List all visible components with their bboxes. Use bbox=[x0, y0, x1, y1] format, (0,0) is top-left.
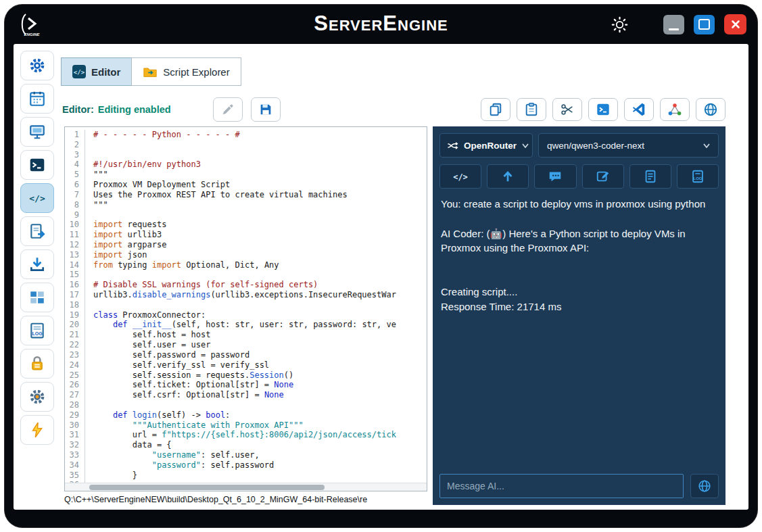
tab-script-explorer[interactable]: Script Explorer bbox=[131, 57, 241, 86]
cut-button[interactable] bbox=[552, 98, 582, 121]
message-input[interactable] bbox=[439, 474, 684, 498]
code-line: 5""" bbox=[65, 170, 427, 180]
sidebar-item-power[interactable] bbox=[20, 415, 54, 445]
share-button[interactable] bbox=[660, 98, 690, 121]
code-editor[interactable]: 1# - - - - - Python - - - - - #234#!/usr… bbox=[64, 126, 427, 491]
code-line: 1# - - - - - Python - - - - - # bbox=[65, 130, 427, 140]
web-button[interactable] bbox=[696, 98, 725, 121]
sidebar-item-settings[interactable] bbox=[20, 382, 54, 412]
code-line: 32 data = { bbox=[65, 440, 427, 450]
svg-text:LOG: LOG bbox=[32, 331, 43, 336]
run-terminal-button[interactable] bbox=[588, 98, 618, 121]
provider-dropdown[interactable]: OpenRouter bbox=[439, 133, 533, 158]
code-lines[interactable]: 1# - - - - - Python - - - - - #234#!/usr… bbox=[65, 127, 427, 491]
code-line: 2 bbox=[65, 140, 427, 150]
minimize-button[interactable] bbox=[663, 15, 684, 34]
code-line: 3 bbox=[65, 150, 427, 160]
theme-toggle-button[interactable] bbox=[609, 14, 629, 34]
main-content: </>LOG </> Editor Script Explorer Editor… bbox=[14, 44, 748, 510]
code-line: 18 bbox=[65, 300, 427, 310]
tab-label: Editor bbox=[91, 66, 120, 78]
vscode-button[interactable] bbox=[624, 98, 654, 121]
code-line: 23 self.password = password bbox=[65, 350, 427, 360]
paste-button[interactable] bbox=[517, 98, 546, 121]
svg-text:</>: </> bbox=[74, 69, 85, 76]
code-line: 34 "password": self.password bbox=[65, 460, 427, 470]
copy-icon bbox=[488, 102, 503, 117]
model-select[interactable]: qwen/qwen3-coder-next bbox=[538, 133, 719, 158]
sidebar-item-settings-gear[interactable] bbox=[20, 51, 54, 80]
edit-button[interactable] bbox=[213, 97, 243, 122]
sidebar-item-terminal[interactable] bbox=[20, 150, 54, 180]
sidebar-item-security[interactable] bbox=[20, 349, 54, 379]
pencil-icon bbox=[220, 102, 235, 117]
ai-log-button[interactable]: LOG bbox=[677, 164, 719, 189]
chevron-down-icon bbox=[703, 143, 710, 148]
lightning-icon bbox=[28, 421, 46, 439]
script-run-icon bbox=[28, 222, 46, 240]
code-icon: </> bbox=[27, 191, 47, 205]
sidebar-item-logs[interactable]: LOG bbox=[20, 316, 54, 345]
ai-code-button[interactable]: </> bbox=[439, 164, 481, 189]
horizontal-scrollbar[interactable] bbox=[65, 483, 427, 491]
vscode-icon bbox=[632, 102, 646, 117]
code-line: 12import argparse bbox=[65, 240, 427, 250]
code-line: 33 "username": self.user, bbox=[65, 450, 427, 460]
paste-icon bbox=[524, 102, 539, 117]
code-line: 15 bbox=[65, 270, 427, 280]
copy-button[interactable] bbox=[481, 98, 510, 121]
sidebar-item-downloads[interactable] bbox=[20, 249, 54, 279]
desktop: ENGINE ServerEngine </>LOG </> Editor bbox=[0, 0, 762, 532]
code-line: 24 self.verify_ssl = verify_ssl bbox=[65, 360, 427, 370]
ai-compose-icon bbox=[596, 169, 611, 184]
save-button[interactable] bbox=[251, 97, 281, 122]
chevron-down-icon bbox=[522, 143, 529, 148]
chat-message: Creating script.... bbox=[441, 285, 717, 299]
folder-icon bbox=[143, 66, 158, 78]
send-button[interactable] bbox=[690, 474, 719, 498]
editor-status-value: Editing enabled bbox=[98, 104, 171, 115]
lock-icon bbox=[28, 355, 46, 372]
servers-icon bbox=[28, 289, 46, 306]
sidebar-item-script-runner[interactable] bbox=[20, 216, 54, 246]
code-line: 35 } bbox=[65, 470, 427, 481]
titlebar[interactable]: ENGINE ServerEngine bbox=[5, 5, 757, 44]
gear-gray-icon bbox=[28, 388, 46, 406]
sidebar-item-code-editor[interactable]: </> bbox=[20, 183, 54, 213]
terminal-blue-icon bbox=[596, 102, 611, 117]
chat-messages: You: create a script to deploy vms in pr… bbox=[441, 197, 717, 466]
ai-upload-button[interactable] bbox=[487, 164, 529, 189]
chat-message: Response Time: 21714 ms bbox=[441, 299, 717, 314]
ai-upload-icon bbox=[500, 169, 515, 184]
ai-chat-icon bbox=[548, 169, 563, 184]
tab-bar: </> Editor Script Explorer bbox=[61, 57, 241, 86]
close-button[interactable] bbox=[724, 14, 746, 34]
code-line: 20 def __init__(self, host: str, user: s… bbox=[65, 320, 427, 330]
sidebar-item-servers[interactable] bbox=[20, 283, 54, 312]
tab-editor[interactable]: </> Editor bbox=[61, 57, 132, 86]
code-line: 27 self.csrf: Optional[str] = None bbox=[65, 390, 427, 400]
toolbar-right bbox=[481, 98, 725, 121]
ai-chat-button[interactable] bbox=[534, 164, 576, 189]
sidebar-item-scheduler[interactable] bbox=[20, 84, 54, 114]
ai-action-buttons: </>LOG bbox=[439, 164, 719, 189]
code-line: 14from typing import Optional, Dict, Any bbox=[65, 260, 427, 270]
code-line: 25 self.session = requests.Session() bbox=[65, 370, 427, 381]
log-icon: LOG bbox=[28, 322, 46, 339]
maximize-button[interactable] bbox=[694, 15, 715, 34]
code-line: 16# Disable SSL warnings (for self-signe… bbox=[65, 280, 427, 290]
ai-log-icon: LOG bbox=[690, 169, 705, 184]
ai-compose-button[interactable] bbox=[582, 164, 624, 189]
ai-notes-icon bbox=[643, 169, 658, 184]
code-line: 7Uses the Proxmox REST API to create vir… bbox=[65, 190, 427, 200]
download-icon bbox=[28, 256, 46, 273]
ai-notes-button[interactable] bbox=[629, 164, 671, 189]
provider-row: OpenRouter qwen/qwen3-coder-next bbox=[439, 133, 719, 158]
save-icon bbox=[258, 102, 273, 117]
scrollbar-thumb[interactable] bbox=[89, 485, 325, 490]
svg-text:</>: </> bbox=[453, 172, 468, 182]
svg-text:</>: </> bbox=[29, 193, 45, 203]
sidebar-item-remote-desktop[interactable] bbox=[20, 117, 54, 147]
sidebar: </>LOG bbox=[20, 51, 55, 445]
svg-text:LOG: LOG bbox=[694, 176, 703, 180]
